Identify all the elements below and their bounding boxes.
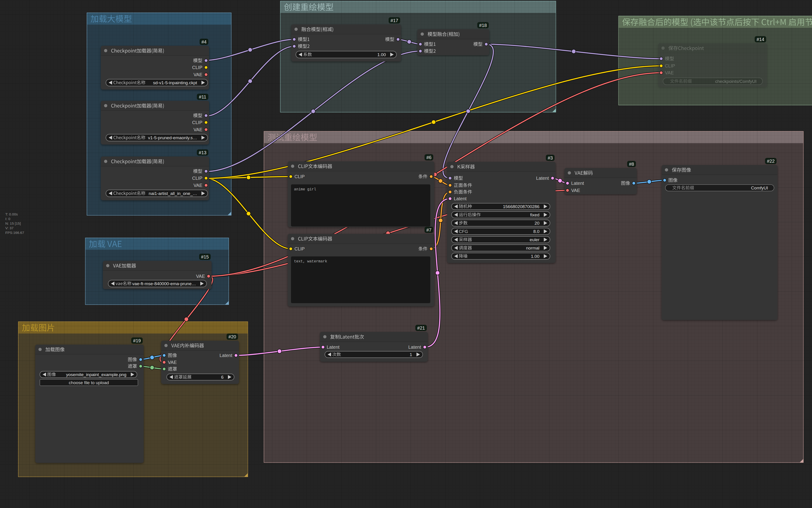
- svg-text:fixed: fixed: [530, 212, 540, 217]
- svg-text:CLIP: CLIP: [294, 174, 305, 179]
- svg-text:CLIP: CLIP: [192, 120, 202, 125]
- svg-text:Latent: Latent: [408, 345, 421, 350]
- svg-text:CFG: CFG: [459, 229, 468, 234]
- svg-text:1.00: 1.00: [377, 52, 386, 57]
- svg-text:I: 0: I: 0: [5, 217, 10, 221]
- svg-text:#7: #7: [426, 227, 431, 232]
- svg-text:#13: #13: [199, 150, 206, 155]
- svg-text:Latent: Latent: [454, 196, 467, 201]
- svg-text:VAE: VAE: [665, 70, 674, 75]
- svg-text:#4: #4: [202, 39, 207, 44]
- svg-text:#20: #20: [228, 334, 236, 339]
- svg-text:#15: #15: [201, 254, 209, 259]
- svg-text:1.00: 1.00: [531, 254, 540, 259]
- svg-text:156680208700286: 156680208700286: [503, 204, 540, 209]
- svg-text:sd-v1-5-inpainting.ckpt: sd-v1-5-inpainting.ckpt: [153, 80, 197, 85]
- svg-text:checkpoints/ComfyUI: checkpoints/ComfyUI: [715, 79, 757, 84]
- svg-text:CLIP: CLIP: [294, 246, 305, 251]
- svg-text:CLIP: CLIP: [665, 63, 675, 68]
- svg-text:choose file to upload: choose file to upload: [69, 380, 109, 385]
- svg-text:8.0: 8.0: [533, 229, 540, 234]
- svg-text:#8: #8: [629, 162, 634, 167]
- svg-text:1: 1: [410, 352, 412, 357]
- svg-text:euler: euler: [530, 237, 540, 242]
- svg-text:VAE: VAE: [196, 274, 205, 279]
- svg-text:VAE: VAE: [571, 188, 580, 193]
- svg-text:T: 0.00s: T: 0.00s: [5, 212, 18, 216]
- svg-text:normal: normal: [526, 246, 540, 250]
- svg-text:#21: #21: [417, 326, 425, 331]
- svg-text:#6: #6: [426, 155, 431, 160]
- svg-text:N: 15 [15]: N: 15 [15]: [5, 221, 21, 225]
- svg-text:Latent: Latent: [536, 176, 549, 181]
- svg-text:yosemite_inpaint_example.png: yosemite_inpaint_example.png: [66, 372, 126, 377]
- svg-text:VAE: VAE: [194, 127, 202, 132]
- svg-text:#18: #18: [479, 23, 487, 28]
- svg-text:v1-5-pruned-emaonly.s…: v1-5-pruned-emaonly.s…: [148, 135, 197, 140]
- svg-text:CLIP: CLIP: [192, 65, 202, 70]
- svg-text:V: 37: V: 37: [5, 226, 13, 230]
- svg-text:ComfyUI: ComfyUI: [751, 185, 768, 190]
- svg-text:VAE: VAE: [194, 183, 202, 188]
- svg-text:text, watermark: text, watermark: [294, 259, 327, 263]
- svg-text:Latent: Latent: [571, 181, 584, 186]
- svg-text:VAE: VAE: [168, 360, 177, 365]
- svg-text:6: 6: [221, 375, 223, 380]
- svg-text:CLIP: CLIP: [192, 176, 202, 181]
- svg-text:#17: #17: [390, 18, 398, 23]
- svg-text:20: 20: [535, 221, 540, 225]
- svg-text:#19: #19: [133, 338, 141, 343]
- svg-text:vae-ft-mse-840000-ema-prune…: vae-ft-mse-840000-ema-prune…: [132, 281, 196, 286]
- svg-text:#11: #11: [199, 94, 206, 99]
- svg-text:#14: #14: [757, 37, 764, 42]
- svg-text:Latent: Latent: [219, 353, 232, 358]
- svg-text:#3: #3: [548, 155, 553, 161]
- svg-text:Latent: Latent: [327, 345, 340, 350]
- svg-text:nai1-artist_all_in_one_…: nai1-artist_all_in_one_…: [149, 191, 197, 196]
- svg-text:VAE: VAE: [194, 72, 202, 77]
- svg-text:FPS:166.67: FPS:166.67: [5, 230, 24, 235]
- svg-text:anime girl: anime girl: [294, 187, 316, 192]
- svg-text:#22: #22: [767, 159, 774, 164]
